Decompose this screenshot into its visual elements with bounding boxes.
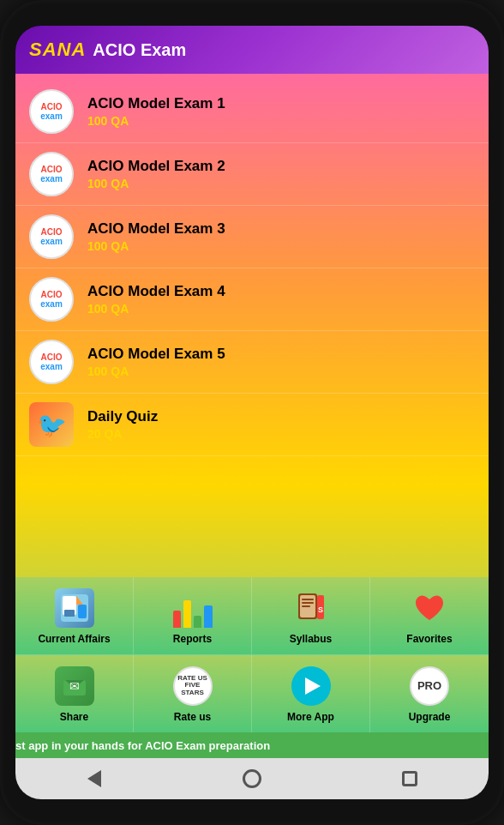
exam-qa-2: 100 QA — [87, 177, 225, 190]
exam-qa-4: 100 QA — [87, 302, 225, 316]
grid-more-app[interactable]: More App — [252, 655, 370, 732]
app-title: ACIO Exam — [93, 40, 186, 60]
favorites-label: Favorites — [406, 633, 452, 645]
upgrade-icon: PRO — [410, 666, 449, 706]
exam-item-2[interactable]: ACIO exam ACIO Model Exam 2 100 QA — [15, 143, 489, 206]
share-label: Share — [60, 711, 88, 723]
daily-quiz-icon: 🐦 — [29, 402, 74, 447]
exam-item-4[interactable]: ACIO exam ACIO Model Exam 4 100 QA — [15, 268, 489, 331]
exam-item-1[interactable]: ACIO exam ACIO Model Exam 1 100 QA — [15, 81, 489, 143]
exam-item-5[interactable]: ACIO exam ACIO Model Exam 5 100 QA — [15, 331, 489, 394]
exam-icon-2: ACIO exam — [29, 152, 74, 196]
grid-upgrade[interactable]: PRO Upgrade — [370, 655, 489, 732]
brand-logo: SANA — [29, 39, 86, 61]
exam-icon-5: ACIO exam — [29, 340, 74, 384]
grid-share[interactable]: ✉ Share — [15, 655, 134, 732]
svg-rect-7 — [302, 599, 314, 600]
current-affairs-icon — [55, 588, 94, 628]
exam-item-3[interactable]: ACIO exam ACIO Model Exam 3 100 QA — [15, 206, 489, 268]
exam-name-1: ACIO Model Exam 1 — [87, 95, 225, 112]
exam-icon-3: ACIO exam — [29, 214, 74, 259]
exam-name-3: ACIO Model Exam 3 — [87, 220, 225, 238]
grid-rate[interactable]: RATE USFIVE STARS Rate us — [134, 655, 252, 732]
favorites-icon — [410, 588, 449, 628]
share-icon: ✉ — [55, 666, 94, 706]
upgrade-label: Upgrade — [409, 711, 451, 723]
svg-rect-2 — [64, 610, 75, 617]
exam-icon-1: ACIO exam — [29, 89, 74, 134]
android-nav-bar — [15, 758, 489, 799]
rate-label: Rate us — [174, 711, 211, 723]
svg-marker-15 — [305, 677, 321, 695]
rate-icon: RATE USFIVE STARS — [173, 666, 213, 706]
daily-quiz-qa: 20 QA — [87, 427, 158, 441]
exam-name-2: ACIO Model Exam 2 — [87, 158, 225, 175]
more-app-label: More App — [287, 711, 334, 723]
svg-text:✉: ✉ — [69, 679, 80, 693]
exam-name-5: ACIO Model Exam 5 — [87, 346, 225, 363]
daily-quiz-item[interactable]: 🐦 Daily Quiz 20 QA — [15, 394, 489, 456]
marquee-text: st app in your hands for ACIO Exam prepa… — [15, 739, 270, 752]
grid-current-affairs[interactable]: Current Affairs — [15, 577, 134, 654]
daily-quiz-name: Daily Quiz — [87, 408, 158, 425]
app-header: SANA ACIO Exam — [15, 26, 489, 74]
back-button[interactable] — [82, 767, 106, 791]
more-app-icon — [291, 666, 331, 706]
back-icon — [87, 770, 101, 787]
reports-label: Reports — [173, 633, 212, 645]
phone-frame: SANA ACIO Exam ACIO exam ACIO Model Exam… — [0, 0, 504, 825]
grid-row-1: Current Affairs Reports — [15, 577, 489, 654]
svg-rect-9 — [302, 605, 310, 607]
exam-qa-1: 100 QA — [87, 114, 225, 128]
grid-reports[interactable]: Reports — [134, 577, 252, 654]
grid-syllabus[interactable]: S Syllabus — [252, 577, 370, 654]
grid-favorites[interactable]: Favorites — [370, 577, 489, 654]
svg-text:S: S — [318, 605, 323, 614]
svg-rect-8 — [302, 602, 314, 604]
home-icon — [243, 769, 261, 788]
syllabus-icon: S — [291, 588, 331, 628]
reports-icon — [173, 588, 213, 628]
content-area: ACIO exam ACIO Model Exam 1 100 QA ACIO … — [15, 74, 489, 758]
home-button[interactable] — [240, 767, 264, 791]
recents-icon — [402, 771, 417, 786]
marquee-bar: st app in your hands for ACIO Exam prepa… — [15, 732, 489, 758]
current-affairs-label: Current Affairs — [38, 633, 110, 645]
syllabus-label: Syllabus — [290, 633, 332, 645]
exam-icon-4: ACIO exam — [29, 277, 74, 322]
phone-screen: SANA ACIO Exam ACIO exam ACIO Model Exam… — [15, 26, 489, 799]
grid-row-2: ✉ Share RATE USFIVE STARS Rate us — [15, 654, 489, 732]
svg-rect-4 — [78, 605, 87, 618]
exam-qa-5: 100 QA — [87, 364, 225, 378]
recents-button[interactable] — [398, 767, 422, 791]
exam-qa-3: 100 QA — [87, 239, 225, 253]
exam-list: ACIO exam ACIO Model Exam 1 100 QA ACIO … — [15, 74, 489, 577]
exam-name-4: ACIO Model Exam 4 — [87, 283, 225, 300]
